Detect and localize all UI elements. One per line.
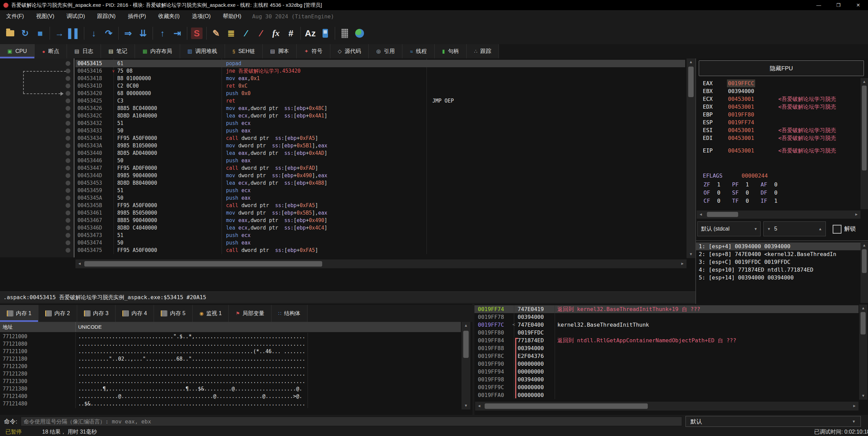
scroll-thumb[interactable] <box>688 67 694 97</box>
compare-icon[interactable]: ∕ <box>239 26 254 41</box>
disasm-row[interactable]: 0045342068 00000000push 0x0 <box>0 90 685 97</box>
register-row[interactable]: EBP0019FF80 <box>696 111 861 119</box>
scroll-thumb[interactable] <box>862 86 867 170</box>
argument-row[interactable]: 3: [esp+C] 0019FFDC 0019FFDC <box>696 258 861 266</box>
tab-引用[interactable]: ◎引用 <box>369 44 402 58</box>
dump-row[interactable]: 77121380........¶,......................… <box>0 385 461 393</box>
step-into-source-icon[interactable]: ⇊ <box>136 26 151 41</box>
breakpoint-dot[interactable] <box>66 188 70 193</box>
argument-row[interactable]: 4: [esp+10] 771874ED ntdll.771874ED <box>696 266 861 274</box>
disasm-row[interactable]: 00453416∨75 08jne 吾爱破解论坛学习.453420 <box>0 67 685 75</box>
menu-item-p[interactable]: 插件(P) <box>122 13 152 19</box>
tab-源代码[interactable]: ◇源代码 <box>330 44 369 58</box>
breakpoint-dot[interactable] <box>66 225 70 230</box>
tab-调用堆栈[interactable]: ▥调用堆栈 <box>180 44 225 58</box>
tab-内存-4[interactable]: 内存 4 <box>116 305 154 322</box>
scroll-right-arrow[interactable]: ► <box>852 404 857 408</box>
tab-笔记[interactable]: ▤笔记 <box>101 44 135 58</box>
register-row[interactable]: EAX0019FFCC <box>696 79 861 87</box>
dump-vscrollbar[interactable]: ▲ ▼ <box>462 322 470 410</box>
scroll-thumb[interactable] <box>862 249 867 273</box>
breakpoint-dot[interactable] <box>66 211 70 215</box>
disasm-row[interactable]: 0045345951push ecx <box>0 187 685 194</box>
tab-内存-2[interactable]: 内存 2 <box>38 305 77 322</box>
hash-icon[interactable]: # <box>283 26 298 41</box>
scroll-down-arrow[interactable]: ▼ <box>687 252 695 256</box>
step-into-icon[interactable]: ↓ <box>86 26 101 41</box>
tab-脚本[interactable]: ▤脚本 <box>263 44 297 58</box>
stack-row[interactable]: 0019FF9C00000000 <box>474 383 858 391</box>
register-row[interactable]: EDX00453001<吾爱破解论坛学习脱壳 <box>696 103 861 111</box>
remote-debug-icon[interactable] <box>318 26 333 41</box>
disasm-row[interactable]: 0045344D8985 90040000mov dword ptr ss:[e… <box>0 172 685 179</box>
disasm-row[interactable]: 0045347351push ecx <box>0 232 685 239</box>
restart-icon[interactable]: ↻ <box>18 26 33 41</box>
disasm-row[interactable]: 0045341561popad <box>0 60 685 67</box>
breakpoint-dot[interactable] <box>66 248 70 253</box>
dump-row[interactable]: 77121100................................… <box>0 348 461 355</box>
registers-hscrollbar[interactable]: ◄ ► <box>697 211 861 219</box>
stack-row[interactable]: 0019FF8800394000 <box>474 344 858 352</box>
tab-监视-1[interactable]: ◉监视 1 <box>193 305 229 322</box>
minimize-button[interactable]: — <box>809 0 829 10</box>
command-input[interactable] <box>21 417 682 426</box>
menu-item-h[interactable]: 帮助(H) <box>217 13 247 19</box>
stack-row[interactable]: 0019FF84771874ED返回到 ntdll.RtlGetAppConta… <box>474 337 858 344</box>
tab-结构体[interactable]: ∷结构体 <box>272 305 308 322</box>
disasm-row[interactable]: 004534268B85 8C040000mov eax,dword ptr s… <box>0 105 685 112</box>
run-icon[interactable]: → <box>52 26 67 41</box>
menu-item-n[interactable]: 跟踪(N) <box>91 13 122 19</box>
maximize-button[interactable]: ❐ <box>829 0 848 10</box>
scroll-thumb[interactable] <box>463 331 469 358</box>
scroll-up-arrow[interactable]: ▲ <box>687 60 695 64</box>
assemble-icon[interactable]: ✎ <box>209 26 224 41</box>
disasm-row[interactable]: 0045341DC2 0C00ret 0xC <box>0 82 685 90</box>
font-icon[interactable]: Az <box>303 26 318 41</box>
disasm-row[interactable]: 0045346D8D8D C4040000lea ecx,dword ptr s… <box>0 224 685 232</box>
breakpoint-dot[interactable] <box>66 203 70 208</box>
disasm-row[interactable]: 004534408D85 AD040000lea eax,dword ptr s… <box>0 149 685 157</box>
tab-内存-5[interactable]: 内存 5 <box>154 305 192 322</box>
stack-row[interactable]: 0019FF7800394000 <box>474 313 858 321</box>
stack-vscrollbar[interactable]: ▲ ▼ <box>859 305 867 400</box>
dump-row[interactable]: 77121480..$&............................… <box>0 400 461 407</box>
stop-icon[interactable]: ■ <box>33 26 48 41</box>
hide-debugger-icon[interactable]: ∕ <box>254 26 268 41</box>
tab-线程[interactable]: ≈线程 <box>402 44 434 58</box>
stack-hscrollbar[interactable]: ◄ ► <box>475 402 858 411</box>
breakpoint-dot[interactable] <box>66 233 70 238</box>
stack-row[interactable]: 0019FF8CE2F04376 <box>474 352 858 360</box>
tab-跟踪[interactable]: ∴跟踪 <box>467 44 499 58</box>
menu-item-v[interactable]: 视图(V) <box>30 13 60 19</box>
dump-row[interactable]: 77121280................................… <box>0 370 461 378</box>
disasm-row[interactable]: 0045344650push eax <box>0 157 685 164</box>
breakpoint-dot[interactable] <box>66 136 70 141</box>
stack-row[interactable]: 0019FFA000000000 <box>474 391 858 399</box>
breakpoint-dot[interactable] <box>66 173 70 178</box>
tab-seh链[interactable]: §SEH链 <box>225 44 263 58</box>
functions-icon[interactable]: fx <box>268 26 283 41</box>
close-button[interactable]: ✕ <box>848 0 868 10</box>
dump-row[interactable]: 77121400.............@..................… <box>0 393 461 400</box>
breakpoint-dot[interactable] <box>66 61 70 66</box>
disasm-vscrollbar[interactable]: ▲ ▼ <box>687 58 695 258</box>
arg-count-spinner[interactable]: ▼ 5 ▲ <box>763 221 826 236</box>
menu-item-o[interactable]: 选项(O) <box>186 13 217 19</box>
disasm-hscrollbar[interactable]: ◄ ► <box>75 259 687 268</box>
tab-局部变量[interactable]: ⚑局部变量 <box>229 305 272 322</box>
disasm-row[interactable]: 004534678B85 90040000mov eax,dword ptr s… <box>0 217 685 224</box>
disasm-row[interactable]: 00453434FF95 A50F0000call dword ptr ss:[… <box>0 134 685 142</box>
breakpoint-dot[interactable] <box>66 166 70 170</box>
step-over-icon[interactable]: ↷ <box>101 26 116 41</box>
menu-item-i[interactable]: 收藏夹(I) <box>152 13 186 19</box>
scroll-up-arrow[interactable]: ▲ <box>462 323 470 327</box>
tab-句柄[interactable]: ▮句柄 <box>435 44 467 58</box>
scroll-thumb[interactable] <box>485 403 648 409</box>
arguments-panel[interactable]: 1: [esp+4] 00394000 003940002: [esp+8] 7… <box>696 240 868 304</box>
stack-panel[interactable]: 0019FF74747E0419返回到 kernel32.BaseThreadI… <box>474 304 868 415</box>
calling-convention-select[interactable]: 默认 (stdcal ▼ <box>697 221 761 236</box>
breakpoint-dot[interactable] <box>66 121 70 126</box>
dump-row[interactable]: 77121000..............................."… <box>0 333 461 340</box>
patches-icon[interactable]: ≣ <box>224 26 239 41</box>
stack-row[interactable]: 0019FF74747E0419返回到 kernel32.BaseThreadI… <box>474 305 858 313</box>
